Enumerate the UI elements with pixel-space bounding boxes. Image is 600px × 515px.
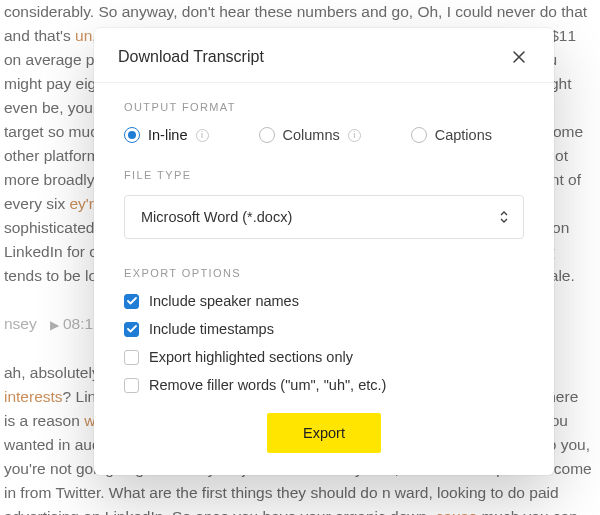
option-include-timestamps[interactable]: Include timestamps [124,321,524,337]
checkbox-icon [124,294,139,309]
modal-title: Download Transcript [118,48,264,66]
export-options-label: EXPORT OPTIONS [124,267,524,279]
info-icon[interactable]: i [196,129,209,142]
file-type-label: FILE TYPE [124,169,524,181]
radio-label: Columns [283,127,340,143]
radio-label: In-line [148,127,188,143]
file-type-selected: Microsoft Word (*.docx) [141,209,292,225]
download-transcript-modal: Download Transcript OUTPUT FORMAT In-lin… [94,28,554,475]
output-format-captions[interactable]: Captions [411,127,492,143]
radio-icon [259,127,275,143]
checkbox-icon [124,378,139,393]
radio-icon [411,127,427,143]
modal-actions: Export [124,413,524,453]
modal-body: OUTPUT FORMAT In-line i Columns i Captio… [94,83,554,453]
checkbox-icon [124,350,139,365]
checkbox-label: Include speaker names [149,293,299,309]
option-remove-filler-words[interactable]: Remove filler words ("um", "uh", etc.) [124,377,524,393]
radio-label: Captions [435,127,492,143]
option-include-speaker-names[interactable]: Include speaker names [124,293,524,309]
export-button[interactable]: Export [267,413,381,453]
option-export-highlighted-only[interactable]: Export highlighted sections only [124,349,524,365]
chevron-updown-icon [499,210,509,224]
checkbox-icon [124,322,139,337]
checkbox-label: Remove filler words ("um", "uh", etc.) [149,377,386,393]
output-format-columns[interactable]: Columns i [259,127,361,143]
close-icon[interactable] [508,46,530,68]
output-format-inline[interactable]: In-line i [124,127,209,143]
output-format-label: OUTPUT FORMAT [124,101,524,113]
file-type-select[interactable]: Microsoft Word (*.docx) [124,195,524,239]
modal-header: Download Transcript [94,28,554,82]
output-format-options: In-line i Columns i Captions [124,127,524,143]
info-icon[interactable]: i [348,129,361,142]
checkbox-label: Export highlighted sections only [149,349,353,365]
checkbox-label: Include timestamps [149,321,274,337]
radio-icon [124,127,140,143]
